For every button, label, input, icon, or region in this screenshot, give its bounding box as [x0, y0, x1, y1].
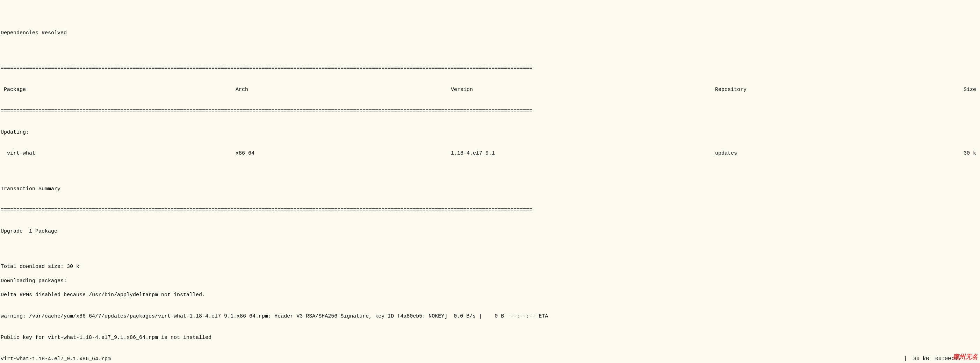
package-name: virt-what [1, 150, 235, 157]
watermark: 雍州无名 [953, 352, 978, 361]
package-size: 30 k [911, 150, 979, 157]
col-header-size: Size [911, 86, 979, 93]
warning-line: warning: /var/cache/yum/x86_64/7/updates… [1, 313, 979, 320]
package-repo: updates [715, 150, 911, 157]
downloading-packages: Downloading packages: [1, 278, 979, 285]
col-header-arch: Arch [235, 86, 451, 93]
blank-line [1, 44, 979, 51]
rpm-filename: virt-what-1.18-4.el7_9.1.x86_64.rpm [1, 356, 904, 363]
col-header-version: Version [451, 86, 715, 93]
divider-summary: ========================================… [1, 207, 979, 214]
package-version: 1.18-4.el7_9.1 [451, 150, 715, 157]
package-arch: x86_64 [235, 150, 451, 157]
package-row: virt-what x86_64 1.18-4.el7_9.1 updates … [1, 150, 979, 157]
total-download-size: Total download size: 30 k [1, 263, 979, 270]
upgrade-count: Upgrade 1 Package [1, 228, 979, 235]
rpm-download-progress: virt-what-1.18-4.el7_9.1.x86_64.rpm | 30… [1, 356, 979, 363]
transaction-summary: Transaction Summary [1, 186, 979, 193]
blank-line [1, 242, 979, 249]
divider-top: ========================================… [1, 65, 979, 72]
warning-text: warning: /var/cache/yum/x86_64/7/updates… [1, 313, 979, 320]
col-header-repository: Repository [715, 86, 911, 93]
divider-mid: ========================================… [1, 108, 979, 115]
dependencies-header: Dependencies Resolved [1, 30, 979, 37]
updating-label: Updating: [1, 129, 979, 136]
blank-line [1, 171, 979, 178]
public-key-not-installed: Public key for virt-what-1.18-4.el7_9.1.… [1, 334, 979, 341]
delta-rpms-disabled: Delta RPMs disabled because /usr/bin/app… [1, 292, 979, 299]
column-headers: Package Arch Version Repository Size [1, 86, 979, 93]
col-header-package: Package [1, 86, 235, 93]
